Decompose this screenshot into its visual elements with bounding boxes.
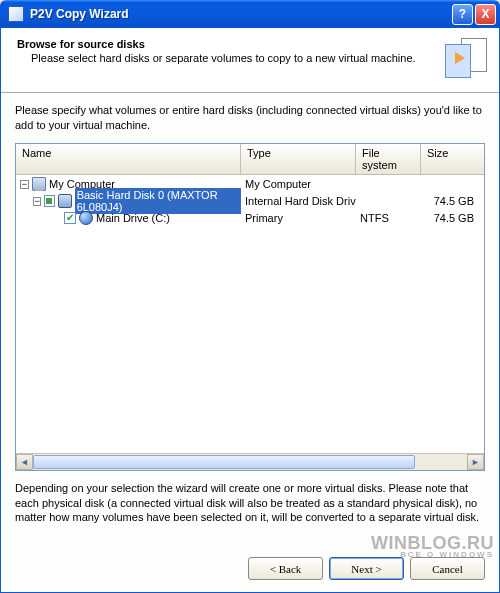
volume-icon bbox=[79, 211, 93, 225]
window-title: P2V Copy Wizard bbox=[30, 7, 452, 21]
disk-tree[interactable]: Name Type File system Size − My Computer… bbox=[15, 143, 485, 471]
app-icon bbox=[8, 6, 24, 22]
back-button[interactable]: < Back bbox=[248, 557, 323, 580]
wizard-buttons: < Back Next > Cancel bbox=[1, 547, 499, 592]
tree-row-volume-c[interactable]: Main Drive (C:) Primary NTFS 74.5 GB bbox=[16, 210, 484, 227]
cancel-button[interactable]: Cancel bbox=[410, 557, 485, 580]
col-type[interactable]: Type bbox=[241, 144, 356, 174]
next-button[interactable]: Next > bbox=[329, 557, 404, 580]
node-type: Internal Hard Disk Drive bbox=[241, 195, 356, 207]
instruction-text: Please specify what volumes or entire ha… bbox=[15, 103, 485, 133]
horizontal-scrollbar[interactable]: ◄ ► bbox=[16, 453, 484, 470]
wizard-header: Browse for source disks Please select ha… bbox=[1, 28, 499, 93]
checkbox[interactable] bbox=[64, 212, 76, 224]
tree-row-disk0[interactable]: − Basic Hard Disk 0 (MAXTOR 6L080J4) Int… bbox=[16, 193, 484, 210]
scroll-track[interactable] bbox=[33, 454, 467, 470]
window-body: Browse for source disks Please select ha… bbox=[0, 28, 500, 593]
node-type: Primary bbox=[241, 212, 356, 224]
footnote-text: Depending on your selection the wizard w… bbox=[15, 481, 485, 526]
col-filesystem[interactable]: File system bbox=[356, 144, 421, 174]
node-size: 74.5 GB bbox=[421, 212, 484, 224]
scroll-thumb[interactable] bbox=[33, 455, 415, 469]
close-button[interactable]: X bbox=[475, 4, 496, 25]
checkbox[interactable] bbox=[44, 195, 55, 207]
node-label: Main Drive (C:) bbox=[96, 212, 170, 224]
page-title: Browse for source disks bbox=[17, 38, 437, 50]
scroll-right-button[interactable]: ► bbox=[467, 454, 484, 470]
page-subtitle: Please select hard disks or separate vol… bbox=[17, 52, 437, 64]
col-name[interactable]: Name bbox=[16, 144, 241, 174]
node-type: My Computer bbox=[241, 178, 356, 190]
expand-toggle[interactable]: − bbox=[33, 197, 41, 206]
titlebar[interactable]: P2V Copy Wizard ? X bbox=[0, 0, 500, 28]
scroll-left-button[interactable]: ◄ bbox=[16, 454, 33, 470]
node-fs: NTFS bbox=[356, 212, 421, 224]
help-button[interactable]: ? bbox=[452, 4, 473, 25]
disk-icon bbox=[58, 194, 72, 208]
node-size: 74.5 GB bbox=[421, 195, 484, 207]
computer-icon bbox=[32, 177, 46, 191]
wizard-icon bbox=[445, 38, 487, 80]
column-headers[interactable]: Name Type File system Size bbox=[16, 144, 484, 175]
col-size[interactable]: Size bbox=[421, 144, 484, 174]
